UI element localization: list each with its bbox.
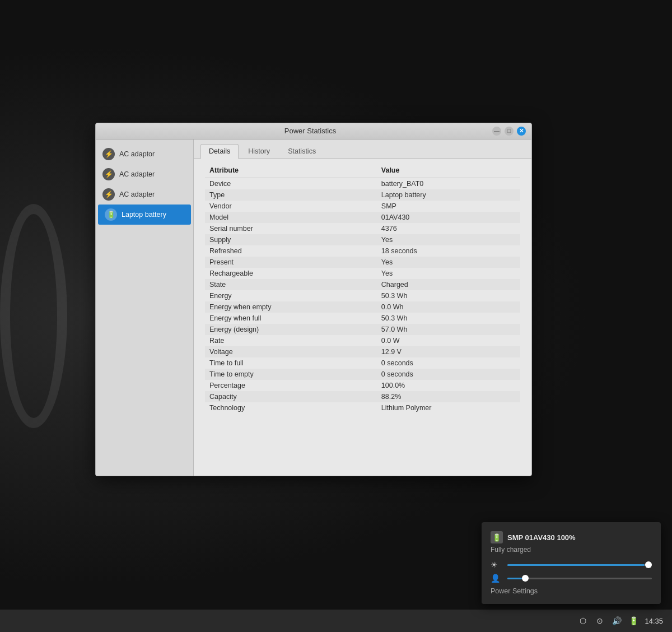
brightness-thumb[interactable] bbox=[645, 561, 652, 568]
value-cell: 0 seconds bbox=[377, 357, 520, 369]
table-row: Supply Yes bbox=[205, 234, 520, 245]
value-cell: Charged bbox=[377, 279, 520, 290]
attribute-cell: Voltage bbox=[205, 346, 377, 357]
notification-header: 🔋 SMP 01AV430 100% bbox=[491, 531, 652, 543]
sidebar-item-ac3[interactable]: ⚡ AC adapter bbox=[96, 184, 193, 205]
tab-bar: Details History Statistics bbox=[194, 140, 531, 159]
volume-track bbox=[507, 578, 652, 579]
value-cell: 0.0 W bbox=[377, 335, 520, 346]
table-row: Energy 50.3 Wh bbox=[205, 290, 520, 301]
sidebar: ⚡ AC adaptor ⚡ AC adapter ⚡ AC adapter 🔋… bbox=[96, 140, 194, 476]
attribute-cell: Capacity bbox=[205, 391, 377, 402]
col-header-attribute: Attribute bbox=[205, 164, 377, 178]
value-cell: Lithium Polymer bbox=[377, 402, 520, 413]
table-row: Type Laptop battery bbox=[205, 189, 520, 201]
attribute-cell: Rate bbox=[205, 335, 377, 346]
desktop-swirl-decoration bbox=[0, 204, 67, 428]
attribute-cell: Supply bbox=[205, 234, 377, 245]
notification-subtitle: Fully charged bbox=[491, 546, 652, 554]
sidebar-item-ac2[interactable]: ⚡ AC adapter bbox=[96, 164, 193, 184]
attribute-cell: Refreshed bbox=[205, 245, 377, 257]
table-row: Refreshed 18 seconds bbox=[205, 245, 520, 257]
sidebar-label-ac3: AC adapter bbox=[119, 190, 155, 198]
sidebar-label-battery: Laptop battery bbox=[122, 211, 166, 219]
volume-icon: 👤 bbox=[491, 574, 502, 583]
battery-icon: 🔋 bbox=[105, 208, 117, 221]
value-cell: SMP bbox=[377, 201, 520, 212]
tab-history[interactable]: History bbox=[240, 144, 278, 158]
table-row: Percentage 100.0% bbox=[205, 380, 520, 391]
clock: 14:35 bbox=[645, 617, 663, 625]
attribute-cell: Model bbox=[205, 212, 377, 223]
battery-taskbar-icon[interactable]: 🔋 bbox=[628, 615, 639, 626]
value-cell: 18 seconds bbox=[377, 245, 520, 257]
close-button[interactable]: ✕ bbox=[517, 127, 526, 136]
attribute-cell: Energy (design) bbox=[205, 324, 377, 335]
details-table-container: Attribute Value Device battery_BAT0 Type… bbox=[194, 159, 531, 419]
table-row: Time to full 0 seconds bbox=[205, 357, 520, 369]
value-cell: 100.0% bbox=[377, 380, 520, 391]
attribute-cell: Technology bbox=[205, 402, 377, 413]
sidebar-item-ac1[interactable]: ⚡ AC adaptor bbox=[96, 144, 193, 164]
value-cell: 0 seconds bbox=[377, 369, 520, 380]
attribute-cell: Energy bbox=[205, 290, 377, 301]
notification-title: SMP 01AV430 100% bbox=[507, 533, 576, 542]
table-row: Voltage 12.9 V bbox=[205, 346, 520, 357]
table-row: Serial number 4376 bbox=[205, 223, 520, 234]
attribute-cell: State bbox=[205, 279, 377, 290]
attribute-cell: Time to full bbox=[205, 357, 377, 369]
value-cell: Yes bbox=[377, 268, 520, 279]
table-row: Device battery_BAT0 bbox=[205, 178, 520, 189]
value-cell: Laptop battery bbox=[377, 189, 520, 201]
value-cell: 88.2% bbox=[377, 391, 520, 402]
tab-statistics[interactable]: Statistics bbox=[279, 144, 324, 158]
window-controls: — □ ✕ bbox=[492, 127, 526, 136]
table-row: Rate 0.0 W bbox=[205, 335, 520, 346]
power-settings-link[interactable]: Power Settings bbox=[491, 587, 652, 595]
attribute-cell: Percentage bbox=[205, 380, 377, 391]
attribute-cell: Type bbox=[205, 189, 377, 201]
ac-adapter-icon-2: ⚡ bbox=[102, 168, 115, 180]
value-cell: 01AV430 bbox=[377, 212, 520, 223]
attribute-cell: Serial number bbox=[205, 223, 377, 234]
ac-adapter-icon-1: ⚡ bbox=[102, 148, 115, 160]
attribute-cell: Energy when empty bbox=[205, 301, 377, 313]
value-cell: Yes bbox=[377, 257, 520, 268]
notification-battery-icon: 🔋 bbox=[491, 531, 503, 543]
attributes-table: Attribute Value Device battery_BAT0 Type… bbox=[205, 164, 520, 413]
col-header-value: Value bbox=[377, 164, 520, 178]
content-area: Details History Statistics Attribute Val… bbox=[194, 140, 531, 476]
volume-fill bbox=[507, 578, 522, 579]
attribute-cell: Vendor bbox=[205, 201, 377, 212]
volume-thumb[interactable] bbox=[522, 575, 529, 582]
bluetooth-icon[interactable]: ⬡ bbox=[577, 615, 589, 626]
brightness-track bbox=[507, 564, 652, 566]
taskbar: ⬡ ⊙ 🔊 🔋 14:35 bbox=[0, 610, 672, 632]
window-title: Power Statistics bbox=[128, 127, 492, 135]
value-cell: 0.0 Wh bbox=[377, 301, 520, 313]
sidebar-label-ac1: AC adaptor bbox=[119, 150, 155, 158]
value-cell: 4376 bbox=[377, 223, 520, 234]
maximize-button[interactable]: □ bbox=[505, 127, 514, 136]
titlebar: Power Statistics — □ ✕ bbox=[96, 123, 531, 140]
value-cell: battery_BAT0 bbox=[377, 178, 520, 189]
table-row: Present Yes bbox=[205, 257, 520, 268]
tab-details[interactable]: Details bbox=[200, 144, 239, 159]
table-row: Model 01AV430 bbox=[205, 212, 520, 223]
value-cell: Yes bbox=[377, 234, 520, 245]
power-statistics-window: Power Statistics — □ ✕ ⚡ AC adaptor ⚡ AC… bbox=[95, 123, 532, 476]
attribute-cell: Device bbox=[205, 178, 377, 189]
brightness-fill bbox=[507, 564, 645, 566]
table-row: Energy when full 50.3 Wh bbox=[205, 313, 520, 324]
table-row: Technology Lithium Polymer bbox=[205, 402, 520, 413]
volume-taskbar-icon[interactable]: 🔊 bbox=[611, 615, 622, 626]
table-row: Vendor SMP bbox=[205, 201, 520, 212]
network-icon[interactable]: ⊙ bbox=[594, 615, 605, 626]
notification-popup: 🔋 SMP 01AV430 100% Fully charged ☀ 👤 Pow… bbox=[482, 522, 661, 604]
attribute-cell: Rechargeable bbox=[205, 268, 377, 279]
minimize-button[interactable]: — bbox=[492, 127, 501, 136]
sidebar-item-battery[interactable]: 🔋 Laptop battery bbox=[98, 205, 191, 225]
ac-adapter-icon-3: ⚡ bbox=[102, 188, 115, 201]
value-cell: 12.9 V bbox=[377, 346, 520, 357]
volume-slider-row: 👤 bbox=[491, 574, 652, 583]
